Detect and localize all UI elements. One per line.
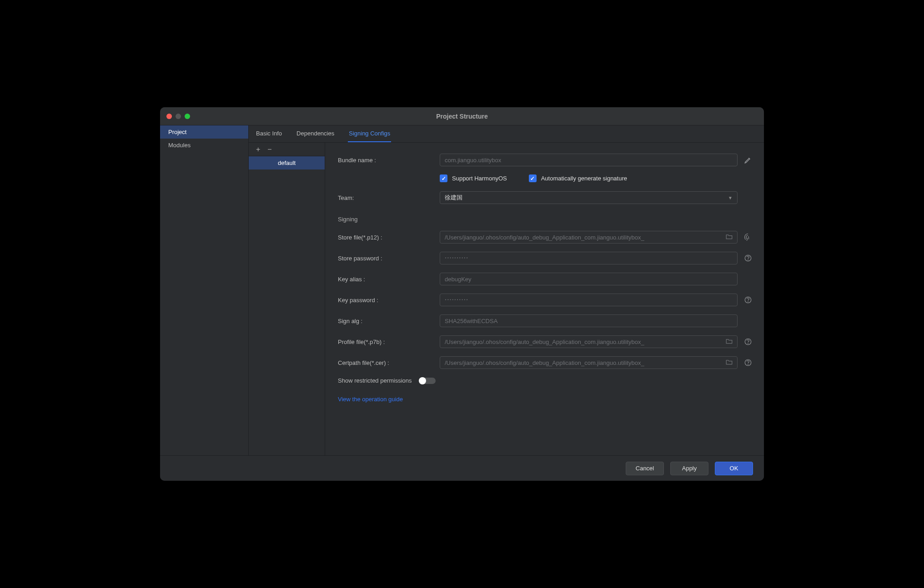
config-item-default[interactable]: default [249, 156, 325, 169]
tab-label: Signing Configs [349, 130, 390, 137]
content-area: Basic Info Dependencies Signing Configs … [249, 125, 764, 455]
input-value: /Users/jianguo/.ohos/config/auto_debug_A… [445, 339, 644, 345]
help-icon[interactable] [743, 338, 753, 346]
input-value: debugKey [445, 276, 472, 283]
input-value: com.jianguo.utilitybox [445, 157, 501, 164]
checkbox-label: Support HarmonyOS [452, 175, 507, 182]
store-password-input[interactable]: •••••••••• [440, 252, 738, 264]
tab-basic-info[interactable]: Basic Info [255, 125, 283, 142]
auto-generate-signature-checkbox[interactable]: ✓ Automatically generate signature [529, 174, 627, 182]
input-value: /Users/jianguo/.ohos/config/auto_debug_A… [445, 359, 644, 366]
team-label: Team: [338, 194, 440, 201]
config-item-label: default [278, 159, 296, 166]
edit-bundle-icon[interactable] [743, 156, 753, 164]
svg-point-7 [748, 364, 748, 365]
svg-point-5 [748, 344, 748, 344]
team-select[interactable]: 徐建国 ▼ [440, 191, 738, 204]
ok-button[interactable]: OK [715, 462, 753, 475]
select-value: 徐建国 [445, 194, 462, 202]
project-structure-dialog: Project Structure Project Modules Basic … [160, 107, 764, 481]
operation-guide-link[interactable]: View the operation guide [338, 396, 403, 403]
switch-knob [419, 377, 426, 384]
profile-file-input[interactable]: /Users/jianguo/.ohos/config/auto_debug_A… [440, 335, 738, 348]
input-value: /Users/jianguo/.ohos/config/auto_debug_A… [445, 234, 644, 241]
sidebar-item-label: Project [168, 129, 186, 135]
certpath-file-label: Certpath file(*.cer) : [338, 359, 440, 366]
key-password-input[interactable]: •••••••••• [440, 294, 738, 306]
checkbox-label: Automatically generate signature [541, 175, 627, 182]
svg-point-3 [748, 302, 748, 302]
close-window-icon[interactable] [166, 114, 172, 119]
help-icon[interactable] [743, 254, 753, 262]
show-restricted-label: Show restricted permissions [338, 377, 412, 384]
dialog-footer: Cancel Apply OK [160, 455, 764, 481]
category-sidebar: Project Modules [160, 125, 249, 455]
help-icon[interactable] [743, 359, 753, 367]
maximize-window-icon[interactable] [185, 114, 190, 119]
key-password-label: Key password : [338, 297, 440, 304]
sidebar-item-project[interactable]: Project [160, 125, 248, 139]
help-icon[interactable] [743, 296, 753, 304]
window-title: Project Structure [160, 113, 764, 120]
chevron-down-icon: ▼ [728, 195, 733, 200]
svg-point-1 [748, 260, 748, 260]
sign-alg-input[interactable]: SHA256withECDSA [440, 314, 738, 327]
config-list: + − default [249, 143, 325, 455]
input-value: SHA256withECDSA [445, 318, 497, 324]
traffic-lights [166, 114, 190, 119]
folder-icon[interactable] [722, 234, 733, 241]
check-icon: ✓ [529, 174, 537, 182]
tab-dependencies[interactable]: Dependencies [296, 125, 335, 142]
folder-icon[interactable] [722, 359, 733, 366]
store-file-input[interactable]: /Users/jianguo/.ohos/config/auto_debug_A… [440, 231, 738, 244]
tabs: Basic Info Dependencies Signing Configs [249, 125, 764, 143]
sidebar-item-modules[interactable]: Modules [160, 139, 248, 152]
bundle-name-input[interactable]: com.jianguo.utilitybox [440, 154, 738, 166]
certpath-file-input[interactable]: /Users/jianguo/.ohos/config/auto_debug_A… [440, 356, 738, 369]
check-icon: ✓ [440, 174, 447, 182]
apply-button[interactable]: Apply [670, 462, 708, 475]
bundle-name-label: Bundle name : [338, 157, 440, 164]
config-toolbar: + − [249, 143, 325, 156]
key-alias-input[interactable]: debugKey [440, 273, 738, 285]
tab-label: Basic Info [256, 130, 282, 137]
folder-icon[interactable] [722, 338, 733, 345]
signing-section-title: Signing [338, 216, 753, 223]
add-config-icon[interactable]: + [256, 146, 260, 153]
store-password-label: Store password : [338, 255, 440, 262]
cancel-button[interactable]: Cancel [626, 462, 664, 475]
show-restricted-toggle[interactable] [419, 378, 436, 384]
titlebar: Project Structure [160, 107, 764, 125]
profile-file-label: Profile file(*.p7b) : [338, 339, 440, 345]
signing-form: Bundle name : com.jianguo.utilitybox [325, 143, 764, 455]
minimize-window-icon[interactable] [176, 114, 181, 119]
support-harmonyos-checkbox[interactable]: ✓ Support HarmonyOS [440, 174, 507, 182]
input-value: •••••••••• [445, 298, 468, 302]
tab-signing-configs[interactable]: Signing Configs [348, 125, 391, 142]
sign-alg-label: Sign alg : [338, 318, 440, 324]
fingerprint-icon[interactable] [743, 233, 753, 241]
tab-label: Dependencies [296, 130, 334, 137]
key-alias-label: Key alias : [338, 276, 440, 283]
input-value: •••••••••• [445, 256, 468, 260]
sidebar-item-label: Modules [168, 142, 191, 149]
store-file-label: Store file(*.p12) : [338, 234, 440, 241]
remove-config-icon[interactable]: − [267, 146, 271, 153]
